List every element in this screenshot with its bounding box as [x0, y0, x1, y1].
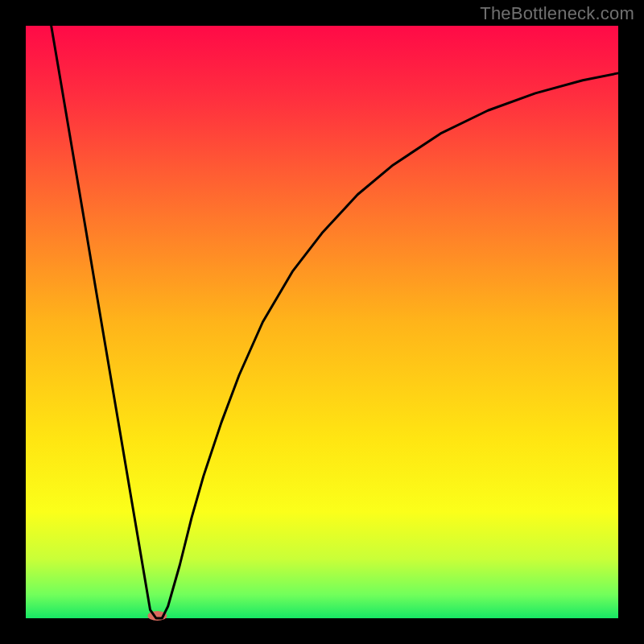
watermark-text: TheBottleneck.com — [480, 3, 634, 24]
bottleneck-chart — [0, 0, 644, 644]
gradient-background — [26, 26, 618, 618]
chart-frame: TheBottleneck.com — [0, 0, 644, 644]
